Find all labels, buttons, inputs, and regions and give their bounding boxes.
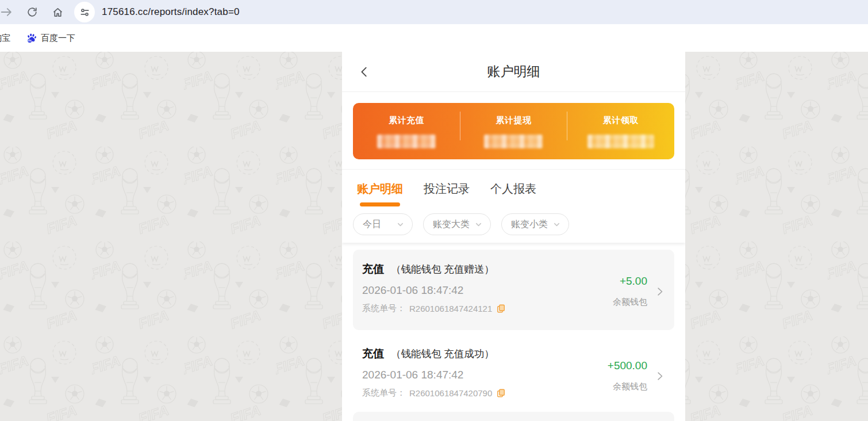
baidu-paw-icon: du: [26, 33, 37, 43]
forward-icon[interactable]: [0, 6, 13, 18]
bookmark-taobao[interactable]: 淘宝: [0, 33, 10, 44]
page-background: FIFA FIFA: [0, 52, 868, 421]
reload-icon[interactable]: [26, 6, 38, 18]
summary-section: 累计充值 累计提现 累计领取: [342, 92, 685, 170]
home-icon[interactable]: [52, 6, 64, 18]
summary-recharge: 累计充值: [353, 115, 460, 159]
filter-date-select[interactable]: 今日: [353, 213, 413, 235]
transaction-datetime: 2026-01-06 18:47:42: [362, 284, 506, 297]
tab-account-detail[interactable]: 账户明细: [357, 181, 403, 206]
transaction-amount: +5.00: [620, 275, 647, 288]
bookmark-baidu[interactable]: du 百度一下: [26, 33, 75, 44]
summary-label: 累计充值: [353, 115, 460, 126]
filter-minor-type-select[interactable]: 账变小类: [501, 213, 569, 235]
filter-major-type-select[interactable]: 账变大类: [423, 213, 491, 235]
browser-toolbar: 175616.cc/reports/index?tab=0: [0, 0, 868, 24]
transaction-wallet: 余额钱包: [613, 381, 647, 392]
tab-bet-records[interactable]: 投注记录: [424, 181, 470, 206]
copy-icon[interactable]: [496, 388, 506, 398]
transaction-row-partial[interactable]: [353, 412, 674, 421]
chevron-left-icon: [358, 66, 371, 78]
order-number: R2601061847420790: [409, 388, 492, 398]
bookmark-label: 淘宝: [0, 33, 10, 44]
transaction-type: 充值: [362, 346, 384, 361]
filter-bar: 今日 账变大类 账变小类: [342, 206, 685, 243]
page-title: 账户明细: [342, 63, 685, 81]
order-label: 系统单号：: [362, 388, 405, 399]
tab-personal-report[interactable]: 个人报表: [490, 181, 536, 206]
bookmark-label: 百度一下: [41, 33, 75, 44]
transaction-row[interactable]: 充值 （钱能钱包 充值赠送） 2026-01-06 18:47:42 系统单号：…: [353, 250, 674, 330]
transaction-list: 充值 （钱能钱包 充值赠送） 2026-01-06 18:47:42 系统单号：…: [342, 243, 685, 421]
summary-label: 累计领取: [567, 115, 674, 126]
active-tab-underline: [360, 202, 400, 206]
transaction-wallet: 余额钱包: [613, 297, 647, 308]
masked-value: [587, 135, 654, 148]
tab-bar: 账户明细 投注记录 个人报表: [357, 181, 670, 206]
order-label: 系统单号：: [362, 303, 405, 314]
divider: [460, 112, 460, 140]
svg-text:du: du: [28, 39, 32, 42]
bookmarks-bar: 淘宝 du 百度一下: [0, 24, 868, 52]
chevron-down-icon: [396, 220, 405, 229]
page-header: 账户明细: [342, 52, 685, 92]
chevron-down-icon: [552, 220, 561, 229]
transaction-row[interactable]: 充值 （钱能钱包 充值成功） 2026-01-06 18:47:42 系统单号：…: [353, 334, 674, 408]
transaction-type: 充值: [362, 262, 384, 277]
copy-icon[interactable]: [496, 304, 506, 313]
tabs-section: 账户明细 投注记录 个人报表: [342, 170, 685, 206]
summary-withdraw: 累计提现: [460, 115, 567, 159]
masked-value: [484, 135, 543, 148]
transaction-subtype: （钱能钱包 充值赠送）: [391, 262, 494, 276]
summary-label: 累计提现: [460, 115, 567, 126]
transaction-subtype: （钱能钱包 充值成功）: [391, 347, 494, 361]
summary-claim: 累计领取: [567, 115, 674, 159]
transaction-datetime: 2026-01-06 18:47:42: [362, 369, 506, 381]
site-info-button[interactable]: [74, 2, 95, 22]
order-number: R2601061847424121: [409, 304, 492, 313]
report-panel: 账户明细 累计充值 累计提现 累计领取: [342, 52, 685, 421]
tune-icon: [79, 7, 90, 18]
chevron-right-icon[interactable]: [654, 369, 665, 383]
back-button[interactable]: [358, 66, 371, 81]
divider: [567, 112, 567, 140]
transaction-amount: +500.00: [608, 359, 647, 372]
summary-card: 累计充值 累计提现 累计领取: [353, 103, 674, 159]
chevron-right-icon[interactable]: [654, 285, 665, 298]
masked-value: [377, 135, 436, 148]
chevron-down-icon: [474, 220, 483, 229]
url-bar[interactable]: 175616.cc/reports/index?tab=0: [102, 6, 240, 18]
